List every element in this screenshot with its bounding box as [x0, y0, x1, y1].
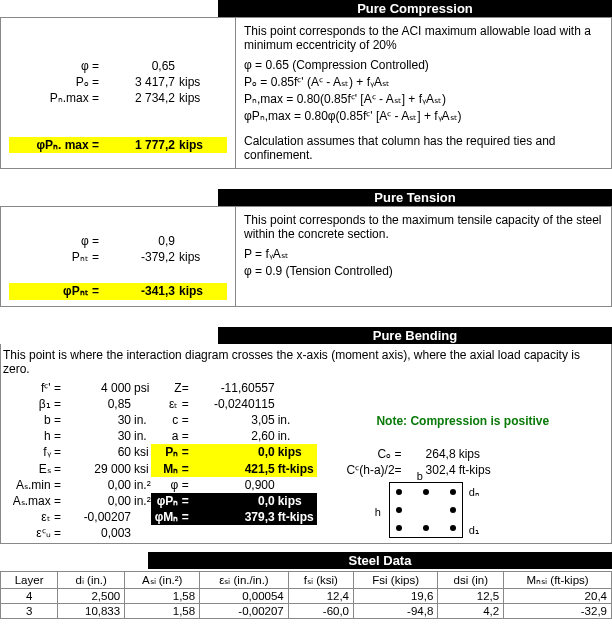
- pure-bending-block: This point is where the interaction diag…: [0, 344, 612, 545]
- column-section-diagram: [389, 482, 463, 538]
- pc-pnmax-label: Pₙ.max =: [9, 90, 105, 106]
- table-header: Fsi (kips): [354, 572, 438, 589]
- pc-eq2: Pₒ = 0.85fᶜ' (Aᶜ - Aₛₜ) + fᵧAₛₜ: [244, 75, 603, 89]
- steel-data-table: Layerdᵢ (in.)Aₛᵢ (in.²)εₛᵢ (in./in.)fₛᵢ …: [0, 571, 612, 619]
- pc-right: This point corresponds to the ACI maximu…: [236, 18, 611, 168]
- pt-eq1: P = fᵧAₛₜ: [244, 247, 603, 261]
- pt-pnt-unit: kips: [175, 249, 219, 265]
- pc-po-val: 3 417,7: [105, 74, 175, 90]
- pure-tension-block: φ =0,9 Pₙₜ =-379,2kips φPₙₜ =-341,3kips …: [0, 206, 612, 307]
- table-header: εₛᵢ (in./in.): [200, 572, 289, 589]
- pt-result-label: φPₙₜ =: [9, 283, 105, 299]
- pc-phi-val: 0,65: [105, 58, 175, 74]
- pt-eq2: φ = 0.9 (Tension Controlled): [244, 264, 603, 278]
- pure-compression-block: φ =0,65 Pₒ =3 417,7kips Pₙ.max =2 734,2k…: [0, 17, 612, 169]
- pure-bending-title: Pure Bending: [218, 327, 612, 344]
- table-header: dᵢ (in.): [58, 572, 125, 589]
- pc-result-label: φPₙ. max =: [9, 137, 105, 153]
- table-header: dsi (in): [438, 572, 504, 589]
- pc-po-unit: kips: [175, 74, 219, 90]
- diagram-b-label: b: [417, 470, 423, 482]
- pc-result-unit: kips: [175, 137, 219, 153]
- pt-result-unit: kips: [175, 283, 219, 299]
- pt-right: This point corresponds to the maximum te…: [236, 207, 611, 306]
- pt-pnt-val: -379,2: [105, 249, 175, 265]
- table-header: Layer: [1, 572, 58, 589]
- pt-intro: This point corresponds to the maximum te…: [244, 213, 603, 241]
- pb-mid: Z=-11,60557 εₜ =-0,0240115 c =3,05in. a …: [151, 380, 317, 542]
- pc-eq4: φPₙ,max = 0.80φ(0.85fᶜ' [Aᶜ - Aₛₜ] + fᵧA…: [244, 109, 603, 123]
- pb-intro: This point is where the interaction diag…: [3, 348, 609, 376]
- pc-phi-label: φ =: [9, 58, 105, 74]
- diagram-d1-label: d₁: [469, 524, 479, 537]
- pc-intro: This point corresponds to the ACI maximu…: [244, 24, 603, 52]
- table-row: 310,8331,58-0,00207-60,0-94,84,2-32,9: [1, 604, 612, 619]
- pure-tension-title: Pure Tension: [218, 189, 612, 206]
- pt-pnt-label: Pₙₜ =: [9, 249, 105, 265]
- pure-compression-title: Pure Compression: [218, 0, 612, 17]
- pb-right: Note: Compression is positive Cₒ =264,8k…: [317, 380, 609, 542]
- pt-left: φ =0,9 Pₙₜ =-379,2kips φPₙₜ =-341,3kips: [1, 207, 236, 306]
- steel-data-title: Steel Data: [148, 552, 612, 569]
- pt-phi-label: φ =: [9, 233, 105, 249]
- pc-note: Calculation assumes that column has the …: [244, 134, 603, 162]
- pc-left: φ =0,65 Pₒ =3 417,7kips Pₙ.max =2 734,2k…: [1, 18, 236, 168]
- table-header: fₛᵢ (ksi): [288, 572, 353, 589]
- pc-pnmax-unit: kips: [175, 90, 219, 106]
- pt-result-val: -341,3: [105, 283, 175, 299]
- pb-left: fᶜ' =4 000psi β₁ =0,85 b =30in. h =30in.…: [3, 380, 151, 542]
- pc-po-label: Pₒ =: [9, 74, 105, 90]
- diagram-h-label: h: [375, 506, 381, 518]
- table-row: 42,5001,580,0005412,419,612,520,4: [1, 589, 612, 604]
- table-header: Aₛᵢ (in.²): [125, 572, 200, 589]
- pt-phi-val: 0,9: [105, 233, 175, 249]
- pc-eq1: φ = 0.65 (Compression Controlled): [244, 58, 603, 72]
- pc-result-val: 1 777,2: [105, 137, 175, 153]
- diagram-dn-label: dₙ: [469, 486, 479, 499]
- pc-eq3: Pₙ,max = 0.80(0.85fᶜ' [Aᶜ - Aₛₜ] + fᵧAₛₜ…: [244, 92, 603, 106]
- pc-pnmax-val: 2 734,2: [105, 90, 175, 106]
- table-header: Mₙₛᵢ (ft-kips): [504, 572, 612, 589]
- pb-note: Note: Compression is positive: [317, 414, 609, 428]
